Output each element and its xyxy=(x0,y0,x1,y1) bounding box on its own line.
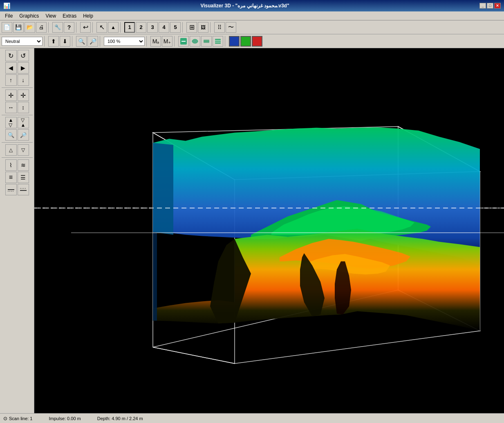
image-view-button[interactable]: 🖼 xyxy=(198,22,208,33)
raise-icon: ▲▽ xyxy=(9,118,13,128)
open-icon: 📂 xyxy=(27,24,33,30)
menu-extras[interactable]: Extras xyxy=(59,12,80,20)
dots-view-button[interactable]: ⠿ xyxy=(214,22,225,33)
lt-sep3 xyxy=(2,142,33,143)
up-icon: ↑ xyxy=(9,77,12,83)
lt-row-move1: ✛ ✛ xyxy=(5,90,29,101)
zoom-out-btn[interactable]: 🔎 xyxy=(87,36,98,47)
color-green-button[interactable] xyxy=(240,36,251,47)
view-1-label: 1 xyxy=(128,24,131,30)
help-button[interactable]: ? xyxy=(64,22,74,33)
minimize-button[interactable]: _ xyxy=(479,3,486,9)
align-bottom-button[interactable]: ⬇ xyxy=(60,36,70,47)
nav-down-button[interactable]: ▽ xyxy=(18,144,29,156)
move-ud-button[interactable]: ↕ xyxy=(18,102,29,113)
print-button[interactable]: 🖨 xyxy=(36,22,47,33)
impulse-value: Impulse: 0.00 m xyxy=(49,416,81,421)
layer2-button[interactable] xyxy=(190,36,200,47)
depth-value: Depth: 4.90 m / 2.24 m xyxy=(97,416,143,421)
line2-button[interactable] xyxy=(18,184,29,195)
view-2-button[interactable]: 2 xyxy=(136,22,146,33)
nav-up-button[interactable]: △ xyxy=(5,144,17,156)
nav-down-icon: ▽ xyxy=(21,147,25,153)
view-5-button[interactable]: 5 xyxy=(170,22,181,33)
rotate-ccw-button[interactable]: ↺ xyxy=(18,50,29,61)
view-3-button[interactable]: 3 xyxy=(147,22,158,33)
scan-line-value: Scan line: 1 xyxy=(9,416,32,421)
line2-icon xyxy=(19,187,27,192)
zoom-dropdown[interactable]: 100 % xyxy=(104,37,145,46)
image-icon: 🖼 xyxy=(201,25,206,30)
toolbar1: 📄 💾 📂 🖨 🔧 ? ↩ ↖ ▲ 1 2 3 4 5 ⊞ 🖼 ⠿ 〜 xyxy=(0,20,504,34)
menu-file[interactable]: File xyxy=(2,12,16,20)
select-button[interactable]: ▲ xyxy=(108,22,119,33)
wave2-button[interactable]: ≋ xyxy=(18,159,29,171)
menu-graphics[interactable]: Graphics xyxy=(16,12,42,20)
wrench-icon: 🔧 xyxy=(54,24,61,30)
wave-icon: 〜 xyxy=(228,24,234,31)
measure1-button[interactable]: Mₐ xyxy=(150,36,161,47)
cursor-button[interactable]: ↖ xyxy=(96,22,107,33)
svg-point-2 xyxy=(192,39,198,43)
wave1-button[interactable]: ⌇ xyxy=(5,159,17,171)
tilt-right-button[interactable]: ▶ xyxy=(18,62,29,74)
align-top-button[interactable]: ⬆ xyxy=(48,36,59,47)
tilt-left-button[interactable]: ◀ xyxy=(5,62,17,74)
color-blue-button[interactable] xyxy=(229,36,240,47)
new-button[interactable]: 📄 xyxy=(2,22,12,33)
line1-button[interactable] xyxy=(5,184,17,195)
maximize-button[interactable]: □ xyxy=(487,3,493,9)
measure2-button[interactable]: M₊ xyxy=(162,36,172,47)
move-2-button[interactable]: ✛ xyxy=(18,90,29,101)
lt-row-hlines: ≡ ☰ xyxy=(5,172,29,183)
layer3-button[interactable] xyxy=(201,36,212,47)
sep-t2-5 xyxy=(174,36,177,47)
up-button[interactable]: ↑ xyxy=(5,74,17,86)
menu-view[interactable]: View xyxy=(42,12,59,20)
menu-help[interactable]: Help xyxy=(80,12,96,20)
grid-view-button[interactable]: ⊞ xyxy=(186,22,197,33)
down-button[interactable]: ↓ xyxy=(18,74,29,86)
separator2 xyxy=(76,22,78,33)
profile-dropdown[interactable]: Neutral xyxy=(2,37,43,46)
open-button[interactable]: 📂 xyxy=(25,22,35,33)
move-all-button[interactable]: ✛ xyxy=(5,90,17,101)
wave-view-button[interactable]: 〜 xyxy=(226,22,236,33)
zoom-in-icon: 🔍 xyxy=(78,38,85,45)
titlebar-controls[interactable]: _ □ ✕ xyxy=(479,3,501,9)
layer4-button[interactable] xyxy=(213,36,223,47)
move-all-icon: ✛ xyxy=(8,92,13,99)
sep-t2-3 xyxy=(100,36,102,47)
view-2-label: 2 xyxy=(139,24,142,30)
menubar: File Graphics View Extras Help xyxy=(0,11,504,20)
titlebar-icon: 📊 xyxy=(3,2,10,9)
hlines1-button[interactable]: ≡ xyxy=(5,172,17,183)
zoom-out-lt-icon: 🔎 xyxy=(20,132,27,138)
view-4-button[interactable]: 4 xyxy=(159,22,169,33)
settings-button[interactable]: 🔧 xyxy=(52,22,63,33)
lower-button[interactable]: ▽▲ xyxy=(18,117,29,128)
hlines2-button[interactable]: ☰ xyxy=(18,172,29,183)
move-ud-icon: ↕ xyxy=(22,104,25,111)
rotate-cw-button[interactable]: ↻ xyxy=(5,50,17,61)
undo-button[interactable]: ↩ xyxy=(80,22,91,33)
align-bottom-icon: ⬇ xyxy=(63,38,67,45)
rotate-ccw-icon: ↺ xyxy=(20,52,26,60)
zoom-out-lt-button[interactable]: 🔎 xyxy=(18,129,29,141)
status-depth: Depth: 4.90 m / 2.24 m xyxy=(97,416,143,421)
view-1-button[interactable]: 1 xyxy=(124,22,135,33)
close-button[interactable]: ✕ xyxy=(494,3,501,9)
raise-button[interactable]: ▲▽ xyxy=(5,117,17,128)
layer1-button[interactable] xyxy=(178,36,189,47)
tilt-left-icon: ◀ xyxy=(9,65,13,71)
color-red-button[interactable] xyxy=(252,36,262,47)
layer1-icon xyxy=(180,38,187,45)
zoom-in-btn[interactable]: 🔍 xyxy=(76,36,87,47)
rotate-cw-icon: ↻ xyxy=(8,52,13,60)
move-lr-button[interactable]: ↔ xyxy=(5,102,17,113)
viewport[interactable] xyxy=(34,48,504,413)
lt-row-zoom: 🔍 🔎 xyxy=(5,129,29,141)
svg-rect-1 xyxy=(181,41,186,42)
save-button[interactable]: 💾 xyxy=(13,22,24,33)
zoom-in-lt-button[interactable]: 🔍 xyxy=(5,129,17,141)
